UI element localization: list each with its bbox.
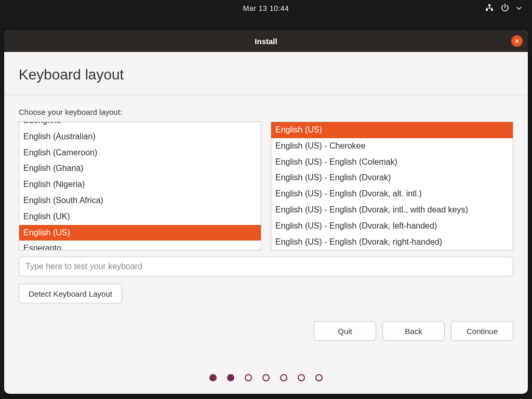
test-row	[19, 257, 513, 276]
list-item[interactable]: Dzongkha	[19, 122, 261, 129]
back-button[interactable]: Back	[382, 321, 445, 341]
list-item[interactable]: English (US)	[271, 122, 513, 138]
list-item[interactable]: English (US) - English (Dvorak, alt. int…	[271, 186, 513, 202]
page-title: Keyboard layout	[19, 66, 513, 83]
progress-dot	[298, 374, 305, 381]
list-item[interactable]: English (US)	[19, 225, 261, 241]
network-icon[interactable]	[485, 4, 494, 14]
close-button[interactable]	[511, 35, 523, 47]
svg-rect-0	[488, 4, 490, 6]
clock: Mar 13 10:44	[243, 4, 289, 12]
power-icon[interactable]	[501, 4, 509, 14]
divider	[4, 95, 528, 95]
svg-rect-3	[489, 6, 489, 8]
window-titlebar: Install	[4, 30, 528, 52]
layout-language-list[interactable]: DzongkhaEnglish (Australian)English (Cam…	[19, 122, 261, 250]
list-item[interactable]: English (Ghana)	[19, 161, 261, 177]
list-item[interactable]: English (US) - Cherokee	[271, 138, 513, 154]
list-item[interactable]: Esperanto	[19, 241, 261, 250]
list-item[interactable]: English (Australian)	[19, 129, 261, 145]
svg-rect-1	[486, 9, 488, 11]
progress-dot	[280, 374, 287, 381]
continue-button[interactable]: Continue	[451, 321, 513, 341]
detect-layout-button[interactable]: Detect Keyboard Layout	[19, 284, 122, 303]
list-item[interactable]: English (US) - English (Macintosh)	[271, 250, 513, 250]
list-item[interactable]: English (Cameroon)	[19, 145, 261, 161]
progress-dot	[245, 374, 252, 381]
list-item[interactable]: English (Nigeria)	[19, 177, 261, 193]
nav-buttons: Quit Back Continue	[19, 321, 513, 341]
progress-dot	[262, 374, 270, 381]
list-item[interactable]: English (US) - English (Dvorak, intl., w…	[271, 202, 513, 218]
prompt-label: Choose your keyboard layout:	[19, 108, 513, 116]
keyboard-test-input[interactable]	[19, 257, 513, 276]
list-item[interactable]: English (UK)	[19, 209, 261, 225]
chevron-down-icon[interactable]	[516, 4, 522, 12]
list-item[interactable]: English (US) - English (Dvorak, right-ha…	[271, 234, 513, 250]
window-title: Install	[255, 37, 277, 46]
quit-button[interactable]: Quit	[314, 321, 376, 341]
progress-dot	[227, 374, 234, 381]
list-item[interactable]: English (South Africa)	[19, 193, 261, 209]
system-top-bar: Mar 13 10:44	[0, 0, 532, 17]
list-item[interactable]: English (US) - English (Dvorak)	[271, 170, 513, 186]
list-item[interactable]: English (US) - English (Dvorak, left-han…	[271, 218, 513, 234]
layout-lists: DzongkhaEnglish (Australian)English (Cam…	[19, 122, 513, 250]
progress-dot	[209, 374, 217, 381]
progress-dot	[315, 374, 323, 381]
installer-window: Install Keyboard layout Choose your keyb…	[4, 30, 528, 394]
layout-variant-list[interactable]: English (US)English (US) - CherokeeEngli…	[271, 122, 513, 250]
svg-rect-4	[486, 8, 492, 8]
svg-rect-5	[486, 8, 487, 9]
detect-row: Detect Keyboard Layout	[19, 284, 513, 303]
list-item[interactable]: English (US) - English (Colemak)	[271, 154, 513, 170]
svg-rect-6	[491, 8, 492, 9]
page-content: Keyboard layout Choose your keyboard lay…	[4, 52, 528, 394]
svg-rect-2	[491, 9, 493, 11]
progress-dots	[19, 374, 513, 387]
system-tray	[485, 0, 522, 17]
